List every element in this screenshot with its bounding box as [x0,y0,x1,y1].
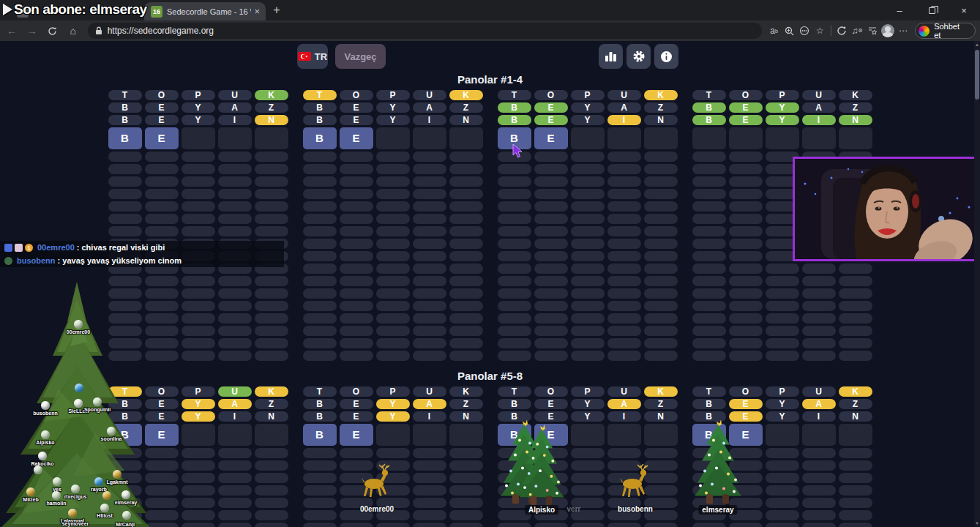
letter-cell [413,448,446,458]
letter-cell [498,276,531,286]
guess-row: TOPUK [498,90,678,100]
letter-cell [376,176,410,187]
zoom-in-icon[interactable] [782,23,797,39]
scroll-up-arrow[interactable]: ▲ [974,42,980,47]
minimize-button[interactable]: – [883,0,916,20]
language-button[interactable]: TR [297,44,328,69]
letter-cell: O [729,386,763,397]
translate-icon[interactable]: ab [766,23,782,39]
close-button[interactable]: × [948,0,980,20]
scrollbar-thumb[interactable] [975,50,979,100]
letter-cell [218,313,252,324]
refresh-button[interactable] [44,23,61,39]
letter-cell: U [802,386,836,397]
letter-cell: Y [376,102,410,113]
browser-tab-active[interactable]: 16 Sedecordle Game - 16 Words Wor × [144,2,266,20]
forward-button[interactable]: → [23,23,41,39]
letter-cell [498,326,531,336]
letter-cell [607,313,641,324]
letter-cell [839,485,872,496]
letter-cell [218,301,252,311]
letter-cell: I [218,115,252,125]
letter-cell [692,326,726,336]
empty-row [498,288,678,299]
letter-cell [182,164,215,174]
settings-button[interactable] [626,44,651,69]
letter-cell [607,288,641,299]
letter-cell: Z [255,399,288,409]
favorites-star-icon[interactable]: ☆ [812,23,828,39]
tab-groups-icon[interactable] [797,23,812,39]
letter-cell: N [839,411,872,422]
letter-cell [255,485,288,496]
letter-cell [498,226,531,236]
letter-cell: Z [839,399,872,409]
browser-tab-background[interactable]: × [10,2,142,20]
ornament-name-label: Htilost [97,513,113,518]
letter-cell [413,510,446,520]
letter-cell: P [182,386,215,397]
tab-close-icon[interactable]: × [251,6,266,17]
letter-cell [376,164,410,174]
back-button[interactable]: ← [3,23,20,39]
current-cell [376,424,410,446]
letter-cell [182,498,215,508]
extensions-icon[interactable] [834,23,850,39]
letter-cell: A [218,102,252,113]
letter-cell [692,313,726,324]
address-bar[interactable]: https://sedecordlegame.org [88,23,762,39]
avatar-icon [881,24,894,37]
stats-button[interactable] [599,44,623,69]
tab-close-icon[interactable]: × [127,6,142,17]
letter-cell [729,164,763,174]
current-guess-row: BE [303,424,483,446]
profile-avatar[interactable] [880,23,895,39]
media-controls-icon[interactable]: ♫⚙ [850,23,865,39]
more-menu-icon[interactable]: ⋯ [895,23,910,39]
letter-cell [303,226,337,236]
mouse-cursor [512,144,523,159]
section-title: Panolar #1-4 [0,73,980,89]
letter-cell: P [571,90,605,100]
letter-cell [802,448,836,458]
letter-cell [802,264,836,274]
copilot-chat-button[interactable]: Sohbet et [915,23,976,39]
letter-cell [449,326,483,336]
letter-cell [729,301,763,311]
new-tab-button[interactable]: + [269,4,284,17]
letter-cell [182,288,215,299]
empty-row [692,523,872,527]
ornament-ball [34,466,42,474]
letter-cell [255,460,288,471]
empty-row [498,176,678,187]
letter-cell [218,214,252,224]
letter-cell [498,189,531,199]
info-button[interactable] [654,44,678,69]
empty-row [303,326,483,336]
current-cell: E [340,127,373,149]
empty-row [108,226,288,236]
collections-icon[interactable] [865,23,880,39]
current-cell [413,127,446,149]
letter-cell: Y [766,399,799,409]
home-button[interactable]: ⌂ [64,23,82,39]
give-up-button[interactable]: Vazgeç [335,44,386,69]
letter-cell [449,176,483,187]
letter-cell: N [644,115,678,125]
letter-cell [303,473,337,483]
ornament-name-label: Sponguinli [84,407,111,412]
letter-cell [303,239,337,249]
chat-message: 100emre00: chivas regal viski gibi [0,241,284,254]
letter-cell [303,251,337,261]
maximize-button[interactable] [916,0,948,20]
guess-row: BEYAZ [498,399,678,409]
letter-cell [218,460,252,471]
letter-cell [340,239,373,249]
scroll-down-arrow[interactable]: ▼ [974,521,980,526]
letter-cell [766,498,799,508]
letter-cell [449,313,483,324]
letter-cell: Y [571,102,605,113]
letter-cell: Y [571,115,605,125]
page-scrollbar[interactable]: ▲ ▼ [974,41,980,527]
letter-cell [376,264,410,274]
